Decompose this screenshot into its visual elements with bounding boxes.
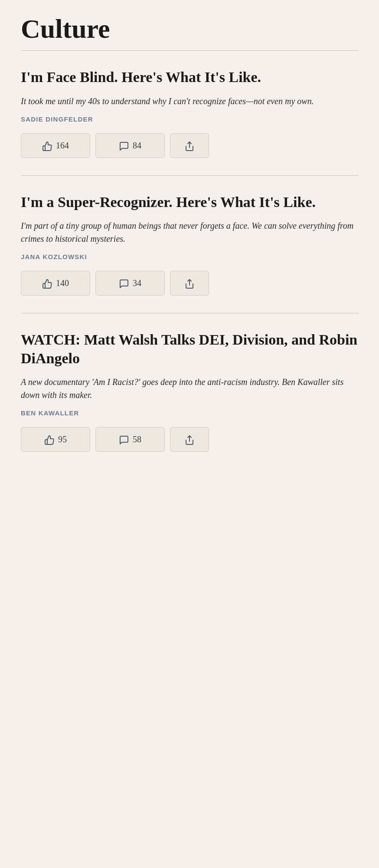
comment-icon bbox=[119, 140, 129, 151]
share-icon bbox=[184, 277, 195, 289]
share-icon bbox=[184, 434, 195, 445]
like-button[interactable]: 95 bbox=[21, 427, 90, 452]
comment-count: 34 bbox=[133, 278, 141, 288]
comment-count: 84 bbox=[133, 141, 141, 151]
comment-count: 58 bbox=[133, 434, 141, 444]
share-button[interactable] bbox=[170, 271, 209, 296]
action-bar: 140 34 bbox=[21, 271, 358, 296]
article-title[interactable]: WATCH: Matt Walsh Talks DEI, Division, a… bbox=[21, 331, 358, 368]
article-author: BEN KAWALLER bbox=[21, 409, 358, 417]
action-bar: 164 84 bbox=[21, 133, 358, 158]
like-button[interactable]: 164 bbox=[21, 133, 90, 158]
comment-icon bbox=[119, 434, 129, 445]
article-divider bbox=[21, 313, 358, 313]
thumbs-up-icon bbox=[42, 277, 52, 289]
article-title[interactable]: I'm Face Blind. Here's What It's Like. bbox=[21, 68, 358, 87]
share-button[interactable] bbox=[170, 133, 209, 158]
article-item: I'm a Super-Recognizer. Here's What It's… bbox=[21, 193, 358, 313]
article-divider bbox=[21, 175, 358, 176]
article-author: SADIE DINGFELDER bbox=[21, 115, 358, 123]
page-container: Culture I'm Face Blind. Here's What It's… bbox=[0, 0, 379, 490]
article-excerpt: I'm part of a tiny group of human beings… bbox=[21, 219, 358, 245]
share-button[interactable] bbox=[170, 427, 209, 452]
thumbs-up-icon bbox=[42, 140, 52, 151]
thumbs-up-icon bbox=[44, 434, 55, 445]
article-author: JANA KOZLOWSKI bbox=[21, 253, 358, 260]
comment-icon bbox=[119, 277, 129, 289]
like-button[interactable]: 140 bbox=[21, 271, 90, 296]
share-icon bbox=[184, 140, 195, 151]
page-title: Culture bbox=[21, 14, 358, 43]
comment-button[interactable]: 84 bbox=[95, 133, 165, 158]
article-excerpt: A new documentary 'Am I Racist?' goes de… bbox=[21, 375, 358, 401]
article-item: I'm Face Blind. Here's What It's Like. I… bbox=[21, 68, 358, 175]
article-excerpt: It took me until my 40s to understand wh… bbox=[21, 95, 358, 108]
action-bar: 95 58 bbox=[21, 427, 358, 452]
title-divider bbox=[21, 50, 358, 51]
comment-button[interactable]: 34 bbox=[95, 271, 165, 296]
like-count: 164 bbox=[56, 141, 69, 151]
like-count: 140 bbox=[56, 278, 69, 288]
article-title[interactable]: I'm a Super-Recognizer. Here's What It's… bbox=[21, 193, 358, 212]
comment-button[interactable]: 58 bbox=[95, 427, 165, 452]
article-item: WATCH: Matt Walsh Talks DEI, Division, a… bbox=[21, 331, 358, 469]
like-count: 95 bbox=[58, 434, 67, 444]
